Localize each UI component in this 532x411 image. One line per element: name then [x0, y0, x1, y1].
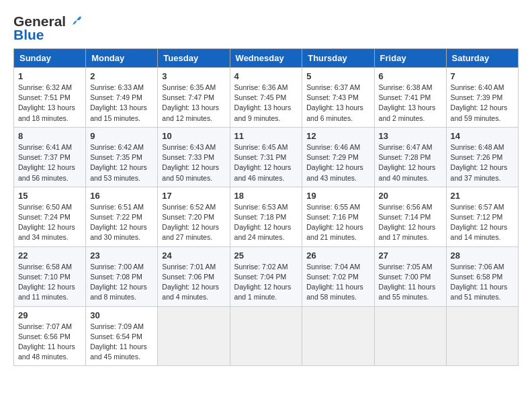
sunrise-label: Sunrise: 6:46 AM — [306, 143, 360, 151]
sunrise-label: Sunrise: 6:37 AM — [306, 83, 360, 91]
sunrise-label: Sunrise: 6:56 AM — [379, 203, 433, 211]
daylight-label: Daylight: 12 hours and 46 minutes. — [234, 163, 292, 181]
day-number: 11 — [234, 131, 298, 141]
day-info: Sunrise: 6:46 AM Sunset: 7:29 PM Dayligh… — [306, 142, 369, 183]
calendar-cell: 6 Sunrise: 6:38 AM Sunset: 7:41 PM Dayli… — [374, 68, 446, 128]
column-header-sunday: Sunday — [14, 49, 86, 68]
day-number: 25 — [234, 250, 298, 261]
calendar-cell: 8 Sunrise: 6:41 AM Sunset: 7:37 PM Dayli… — [14, 127, 86, 187]
sunset-label: Sunset: 7:14 PM — [379, 213, 431, 221]
daylight-label: Daylight: 11 hours and 55 minutes. — [379, 283, 436, 301]
sunrise-label: Sunrise: 6:53 AM — [234, 203, 288, 211]
calendar-cell: 17 Sunrise: 6:52 AM Sunset: 7:20 PM Dayl… — [158, 187, 230, 246]
sunrise-label: Sunrise: 6:32 AM — [18, 83, 72, 91]
sunset-label: Sunset: 7:31 PM — [234, 153, 287, 161]
daylight-label: Daylight: 12 hours and 11 minutes. — [18, 283, 75, 301]
calendar-cell: 18 Sunrise: 6:53 AM Sunset: 7:18 PM Dayl… — [230, 187, 302, 246]
calendar-cell: 27 Sunrise: 7:05 AM Sunset: 7:00 PM Dayl… — [374, 246, 446, 306]
day-number: 3 — [162, 71, 225, 81]
calendar-cell: 9 Sunrise: 6:42 AM Sunset: 7:35 PM Dayli… — [86, 127, 158, 187]
day-number: 28 — [451, 250, 514, 261]
day-info: Sunrise: 6:55 AM Sunset: 7:16 PM Dayligh… — [306, 202, 369, 243]
column-header-thursday: Thursday — [302, 49, 374, 68]
sunset-label: Sunset: 7:47 PM — [162, 93, 214, 101]
daylight-label: Daylight: 12 hours and 24 minutes. — [234, 223, 292, 241]
sunset-label: Sunset: 7:06 PM — [162, 273, 214, 281]
day-info: Sunrise: 6:32 AM Sunset: 7:51 PM Dayligh… — [18, 83, 81, 124]
sunset-label: Sunset: 7:08 PM — [90, 273, 142, 281]
day-info: Sunrise: 6:45 AM Sunset: 7:31 PM Dayligh… — [234, 142, 298, 183]
sunrise-label: Sunrise: 6:48 AM — [451, 143, 504, 151]
day-info: Sunrise: 6:58 AM Sunset: 7:10 PM Dayligh… — [18, 262, 81, 303]
calendar-cell — [446, 306, 518, 366]
sunrise-label: Sunrise: 6:52 AM — [162, 203, 216, 211]
sunset-label: Sunset: 7:26 PM — [451, 153, 503, 161]
daylight-label: Daylight: 13 hours and 12 minutes. — [162, 103, 219, 122]
sunset-label: Sunset: 7:49 PM — [90, 93, 142, 101]
calendar-cell — [230, 306, 302, 366]
sunrise-label: Sunrise: 6:50 AM — [18, 203, 72, 211]
sunrise-label: Sunrise: 6:58 AM — [18, 263, 72, 271]
day-info: Sunrise: 7:04 AM Sunset: 7:02 PM Dayligh… — [306, 262, 369, 303]
day-info: Sunrise: 6:42 AM Sunset: 7:35 PM Dayligh… — [90, 142, 153, 183]
sunrise-label: Sunrise: 6:35 AM — [162, 83, 216, 91]
day-number: 1 — [18, 71, 81, 81]
sunrise-label: Sunrise: 6:42 AM — [90, 143, 144, 151]
day-number: 19 — [306, 191, 369, 201]
sunset-label: Sunset: 7:12 PM — [451, 213, 503, 221]
daylight-label: Daylight: 13 hours and 18 minutes. — [18, 103, 75, 122]
column-header-friday: Friday — [374, 49, 446, 68]
calendar-cell: 3 Sunrise: 6:35 AM Sunset: 7:47 PM Dayli… — [158, 68, 230, 128]
calendar-cell: 30 Sunrise: 7:09 AM Sunset: 6:54 PM Dayl… — [86, 306, 158, 366]
calendar-week-row: 29 Sunrise: 7:07 AM Sunset: 6:56 PM Dayl… — [14, 306, 519, 366]
column-header-wednesday: Wednesday — [230, 49, 302, 68]
sunset-label: Sunset: 7:39 PM — [451, 93, 503, 101]
daylight-label: Daylight: 11 hours and 51 minutes. — [451, 283, 508, 301]
calendar-cell: 25 Sunrise: 7:02 AM Sunset: 7:04 PM Dayl… — [230, 246, 302, 306]
sunrise-label: Sunrise: 6:45 AM — [234, 143, 288, 151]
calendar-cell — [302, 306, 374, 366]
day-number: 12 — [306, 131, 369, 141]
day-number: 7 — [451, 71, 514, 81]
day-number: 13 — [379, 131, 442, 141]
daylight-label: Daylight: 11 hours and 58 minutes. — [306, 283, 363, 301]
sunrise-label: Sunrise: 6:36 AM — [234, 83, 288, 91]
sunset-label: Sunset: 7:43 PM — [306, 93, 359, 101]
calendar-cell: 23 Sunrise: 7:00 AM Sunset: 7:08 PM Dayl… — [86, 246, 158, 306]
calendar-cell: 15 Sunrise: 6:50 AM Sunset: 7:24 PM Dayl… — [14, 187, 86, 246]
day-info: Sunrise: 7:06 AM Sunset: 6:58 PM Dayligh… — [451, 262, 514, 303]
sunset-label: Sunset: 7:16 PM — [306, 213, 359, 221]
daylight-label: Daylight: 12 hours and 30 minutes. — [90, 223, 147, 241]
day-info: Sunrise: 7:02 AM Sunset: 7:04 PM Dayligh… — [234, 262, 298, 303]
daylight-label: Daylight: 12 hours and 27 minutes. — [162, 223, 219, 241]
day-info: Sunrise: 6:43 AM Sunset: 7:33 PM Dayligh… — [162, 142, 225, 183]
calendar-cell: 14 Sunrise: 6:48 AM Sunset: 7:26 PM Dayl… — [446, 127, 518, 187]
sunrise-label: Sunrise: 6:40 AM — [451, 83, 504, 91]
calendar-cell: 4 Sunrise: 6:36 AM Sunset: 7:45 PM Dayli… — [230, 68, 302, 128]
day-info: Sunrise: 6:38 AM Sunset: 7:41 PM Dayligh… — [379, 83, 442, 124]
calendar-cell: 16 Sunrise: 6:51 AM Sunset: 7:22 PM Dayl… — [86, 187, 158, 246]
day-info: Sunrise: 6:53 AM Sunset: 7:18 PM Dayligh… — [234, 202, 298, 243]
day-info: Sunrise: 6:37 AM Sunset: 7:43 PM Dayligh… — [306, 83, 369, 124]
day-number: 26 — [306, 250, 369, 261]
day-info: Sunrise: 7:01 AM Sunset: 7:06 PM Dayligh… — [162, 262, 225, 303]
daylight-label: Daylight: 12 hours and 37 minutes. — [451, 163, 508, 181]
calendar-cell: 7 Sunrise: 6:40 AM Sunset: 7:39 PM Dayli… — [446, 68, 518, 128]
calendar-cell: 22 Sunrise: 6:58 AM Sunset: 7:10 PM Dayl… — [14, 246, 86, 306]
calendar-cell: 5 Sunrise: 6:37 AM Sunset: 7:43 PM Dayli… — [302, 68, 374, 128]
day-number: 14 — [451, 131, 514, 141]
calendar-cell: 12 Sunrise: 6:46 AM Sunset: 7:29 PM Dayl… — [302, 127, 374, 187]
daylight-label: Daylight: 11 hours and 48 minutes. — [18, 342, 75, 361]
day-info: Sunrise: 6:40 AM Sunset: 7:39 PM Dayligh… — [451, 83, 514, 124]
daylight-label: Daylight: 12 hours and 50 minutes. — [162, 163, 219, 181]
page-header: General Blue — [13, 13, 519, 43]
day-info: Sunrise: 7:05 AM Sunset: 7:00 PM Dayligh… — [379, 262, 442, 303]
sunset-label: Sunset: 7:10 PM — [18, 273, 71, 281]
day-info: Sunrise: 7:09 AM Sunset: 6:54 PM Dayligh… — [90, 322, 153, 363]
daylight-label: Daylight: 12 hours and 4 minutes. — [162, 283, 219, 301]
sunset-label: Sunset: 7:02 PM — [306, 273, 359, 281]
calendar-cell: 26 Sunrise: 7:04 AM Sunset: 7:02 PM Dayl… — [302, 246, 374, 306]
column-header-monday: Monday — [86, 49, 158, 68]
day-number: 27 — [379, 250, 442, 261]
calendar-table: SundayMondayTuesdayWednesdayThursdayFrid… — [13, 48, 519, 366]
